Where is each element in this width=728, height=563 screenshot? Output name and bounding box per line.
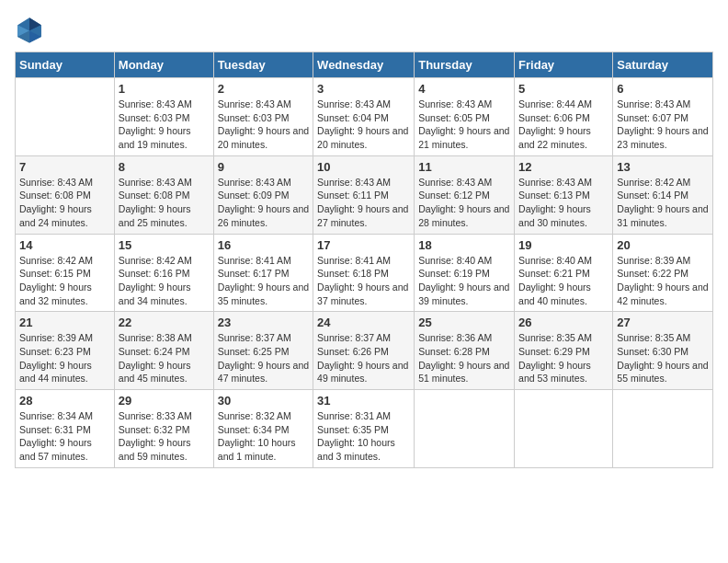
day-info: Sunrise: 8:35 AMSunset: 6:30 PMDaylight:… [617,331,709,385]
day-number: 21 [19,316,110,329]
calendar-cell: 6Sunrise: 8:43 AMSunset: 6:07 PMDaylight… [613,78,713,156]
calendar-header-row: SundayMondayTuesdayWednesdayThursdayFrid… [16,52,713,78]
day-info: Sunrise: 8:43 AMSunset: 6:03 PMDaylight:… [218,98,309,152]
logo-icon [15,15,44,44]
day-header-tuesday: Tuesday [213,52,313,78]
calendar-table: SundayMondayTuesdayWednesdayThursdayFrid… [15,52,713,468]
calendar-cell: 13Sunrise: 8:42 AMSunset: 6:14 PMDayligh… [613,155,713,234]
calendar-cell [515,390,613,468]
calendar-body: 1Sunrise: 8:43 AMSunset: 6:03 PMDaylight… [16,78,713,468]
day-info: Sunrise: 8:43 AMSunset: 6:12 PMDaylight:… [418,176,510,230]
calendar-cell: 11Sunrise: 8:43 AMSunset: 6:12 PMDayligh… [415,155,515,234]
day-number: 13 [617,160,709,174]
day-info: Sunrise: 8:37 AMSunset: 6:26 PMDaylight:… [317,331,410,385]
day-number: 5 [518,82,609,96]
calendar-cell: 8Sunrise: 8:43 AMSunset: 6:08 PMDaylight… [114,155,213,234]
day-info: Sunrise: 8:43 AMSunset: 6:03 PMDaylight:… [119,98,210,152]
calendar-cell: 21Sunrise: 8:39 AMSunset: 6:23 PMDayligh… [16,312,115,390]
day-info: Sunrise: 8:33 AMSunset: 6:32 PMDaylight:… [119,409,210,464]
calendar-cell: 9Sunrise: 8:43 AMSunset: 6:09 PMDaylight… [213,155,313,234]
day-info: Sunrise: 8:43 AMSunset: 6:09 PMDaylight:… [218,176,309,230]
calendar-week-3: 21Sunrise: 8:39 AMSunset: 6:23 PMDayligh… [16,312,713,390]
calendar-cell: 24Sunrise: 8:37 AMSunset: 6:26 PMDayligh… [313,312,415,390]
day-info: Sunrise: 8:43 AMSunset: 6:05 PMDaylight:… [418,98,510,152]
calendar-cell: 29Sunrise: 8:33 AMSunset: 6:32 PMDayligh… [114,390,213,468]
day-number: 18 [418,238,510,252]
day-number: 27 [617,316,709,329]
calendar-cell: 7Sunrise: 8:43 AMSunset: 6:08 PMDaylight… [16,155,115,234]
day-info: Sunrise: 8:43 AMSunset: 6:08 PMDaylight:… [19,176,110,230]
day-number: 6 [617,82,709,96]
day-number: 20 [617,238,709,252]
day-number: 4 [418,82,510,96]
day-info: Sunrise: 8:32 AMSunset: 6:34 PMDaylight:… [218,409,309,464]
calendar-week-1: 7Sunrise: 8:43 AMSunset: 6:08 PMDaylight… [16,155,713,234]
day-number: 31 [317,394,410,408]
calendar-cell: 26Sunrise: 8:35 AMSunset: 6:29 PMDayligh… [515,312,613,390]
day-header-wednesday: Wednesday [313,52,415,78]
calendar-cell: 27Sunrise: 8:35 AMSunset: 6:30 PMDayligh… [613,312,713,390]
calendar-week-0: 1Sunrise: 8:43 AMSunset: 6:03 PMDaylight… [16,78,713,156]
calendar-cell: 1Sunrise: 8:43 AMSunset: 6:03 PMDaylight… [114,78,213,156]
day-header-sunday: Sunday [16,52,115,78]
day-number: 7 [19,160,110,174]
day-info: Sunrise: 8:41 AMSunset: 6:17 PMDaylight:… [218,254,309,308]
day-number: 10 [317,160,410,174]
calendar-cell: 30Sunrise: 8:32 AMSunset: 6:34 PMDayligh… [213,390,313,468]
calendar-cell: 23Sunrise: 8:37 AMSunset: 6:25 PMDayligh… [213,312,313,390]
day-number: 11 [418,160,510,174]
day-info: Sunrise: 8:40 AMSunset: 6:19 PMDaylight:… [418,254,510,308]
day-number: 26 [518,316,609,329]
day-info: Sunrise: 8:43 AMSunset: 6:11 PMDaylight:… [317,176,410,230]
day-number: 24 [317,316,410,329]
calendar-cell: 28Sunrise: 8:34 AMSunset: 6:31 PMDayligh… [16,390,115,468]
day-info: Sunrise: 8:38 AMSunset: 6:24 PMDaylight:… [119,331,210,385]
day-number: 1 [119,82,210,96]
day-info: Sunrise: 8:39 AMSunset: 6:22 PMDaylight:… [617,254,709,308]
day-info: Sunrise: 8:31 AMSunset: 6:35 PMDaylight:… [317,409,410,464]
calendar-cell: 25Sunrise: 8:36 AMSunset: 6:28 PMDayligh… [415,312,515,390]
day-info: Sunrise: 8:43 AMSunset: 6:13 PMDaylight:… [518,176,609,230]
day-info: Sunrise: 8:42 AMSunset: 6:15 PMDaylight:… [19,254,110,308]
calendar-cell: 10Sunrise: 8:43 AMSunset: 6:11 PMDayligh… [313,155,415,234]
day-number: 29 [119,394,210,408]
day-header-saturday: Saturday [613,52,713,78]
day-info: Sunrise: 8:37 AMSunset: 6:25 PMDaylight:… [218,331,309,385]
day-info: Sunrise: 8:43 AMSunset: 6:04 PMDaylight:… [317,98,410,152]
day-info: Sunrise: 8:44 AMSunset: 6:06 PMDaylight:… [518,98,609,152]
calendar-cell: 18Sunrise: 8:40 AMSunset: 6:19 PMDayligh… [415,234,515,312]
calendar-cell: 15Sunrise: 8:42 AMSunset: 6:16 PMDayligh… [114,234,213,312]
day-number: 14 [19,238,110,252]
day-number: 28 [19,394,110,408]
calendar-cell: 31Sunrise: 8:31 AMSunset: 6:35 PMDayligh… [313,390,415,468]
day-number: 3 [317,82,410,96]
day-info: Sunrise: 8:42 AMSunset: 6:16 PMDaylight:… [119,254,210,308]
day-number: 9 [218,160,309,174]
calendar-cell: 20Sunrise: 8:39 AMSunset: 6:22 PMDayligh… [613,234,713,312]
logo [15,15,48,44]
day-info: Sunrise: 8:36 AMSunset: 6:28 PMDaylight:… [418,331,510,385]
day-info: Sunrise: 8:39 AMSunset: 6:23 PMDaylight:… [19,331,110,385]
calendar-cell: 2Sunrise: 8:43 AMSunset: 6:03 PMDaylight… [213,78,313,156]
day-number: 12 [518,160,609,174]
day-info: Sunrise: 8:35 AMSunset: 6:29 PMDaylight:… [518,331,609,385]
calendar-cell: 14Sunrise: 8:42 AMSunset: 6:15 PMDayligh… [16,234,115,312]
day-header-monday: Monday [114,52,213,78]
day-number: 30 [218,394,309,408]
day-number: 19 [518,238,609,252]
day-info: Sunrise: 8:41 AMSunset: 6:18 PMDaylight:… [317,254,410,308]
day-number: 2 [218,82,309,96]
calendar-cell [415,390,515,468]
page-header [15,15,713,44]
day-info: Sunrise: 8:34 AMSunset: 6:31 PMDaylight:… [19,409,110,464]
day-number: 22 [119,316,210,329]
day-info: Sunrise: 8:42 AMSunset: 6:14 PMDaylight:… [617,176,709,230]
calendar-cell: 3Sunrise: 8:43 AMSunset: 6:04 PMDaylight… [313,78,415,156]
day-number: 15 [119,238,210,252]
calendar-week-2: 14Sunrise: 8:42 AMSunset: 6:15 PMDayligh… [16,234,713,312]
day-header-thursday: Thursday [415,52,515,78]
day-header-friday: Friday [515,52,613,78]
calendar-week-4: 28Sunrise: 8:34 AMSunset: 6:31 PMDayligh… [16,390,713,468]
day-number: 16 [218,238,309,252]
calendar-cell [16,78,115,156]
